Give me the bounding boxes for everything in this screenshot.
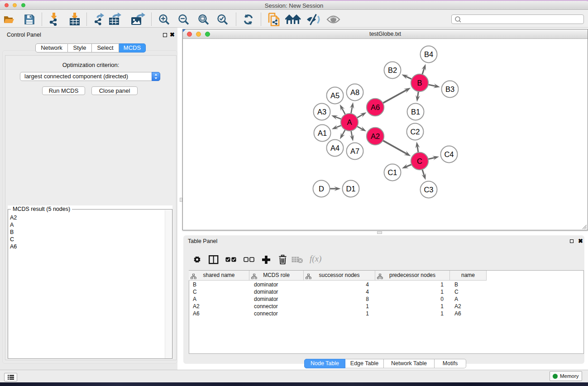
svg-text:A4: A4 <box>330 144 339 152</box>
svg-text:A1: A1 <box>318 129 327 137</box>
svg-text:C: C <box>417 157 422 165</box>
svg-text:A: A <box>347 118 352 126</box>
svg-text:A8: A8 <box>350 88 359 96</box>
svg-text:B1: B1 <box>411 108 420 116</box>
svg-text:D: D <box>319 185 324 193</box>
svg-text:C1: C1 <box>387 168 397 176</box>
svg-text:C3: C3 <box>424 186 433 194</box>
svg-text:A3: A3 <box>317 108 326 116</box>
svg-text:C2: C2 <box>410 128 420 136</box>
svg-text:A6: A6 <box>371 103 380 111</box>
svg-text:B4: B4 <box>424 50 433 58</box>
svg-text:A5: A5 <box>330 91 339 100</box>
svg-text:B2: B2 <box>388 66 397 74</box>
svg-text:A7: A7 <box>350 147 359 155</box>
svg-text:B: B <box>417 79 422 87</box>
svg-text:D1: D1 <box>346 185 355 193</box>
svg-text:B3: B3 <box>445 85 454 93</box>
svg-text:C4: C4 <box>444 150 454 158</box>
svg-text:A2: A2 <box>371 132 380 140</box>
